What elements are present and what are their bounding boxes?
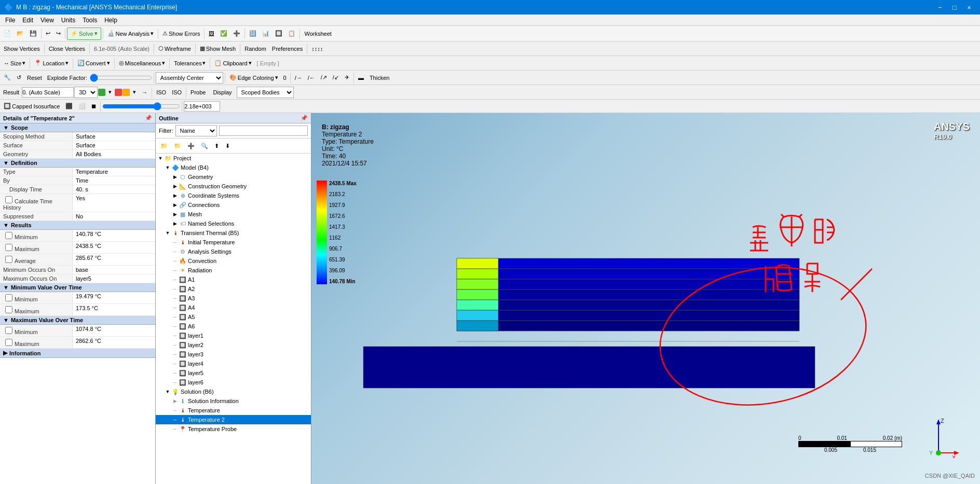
result-value-input[interactable]	[22, 87, 74, 98]
tree-layer5[interactable]: ─ 🔲 layer5	[156, 368, 311, 378]
menu-view[interactable]: View	[37, 16, 57, 25]
calc-time-history-checkbox[interactable]	[5, 196, 12, 203]
minimize-button[interactable]: −	[933, 2, 947, 13]
arrow1-btn[interactable]: /→	[292, 72, 305, 84]
max-time-header[interactable]: ▼ Maximum Value Over Time	[0, 316, 155, 325]
named-expand[interactable]: ▶	[171, 220, 179, 227]
preferences-button[interactable]: Preferences	[269, 43, 305, 55]
max-checkbox[interactable]	[5, 244, 12, 251]
tree-layer3[interactable]: ─ 🔲 layer3	[156, 350, 311, 359]
tree-a1[interactable]: ─ 🔲 A1	[156, 275, 311, 284]
random-button[interactable]: Random	[242, 43, 269, 55]
clipboard-button[interactable]: 📋 Clipboard ▾	[212, 57, 254, 70]
model-expand[interactable]: ▼	[164, 164, 171, 171]
plane-btn[interactable]: ✈	[342, 72, 352, 84]
tree-geometry[interactable]: ▶ ⬡ Geometry	[156, 172, 311, 182]
filter-dropdown[interactable]: Name	[175, 125, 217, 136]
show-vertices-button[interactable]: Show Vertices	[1, 43, 43, 55]
solve-button[interactable]: ⚡ Solve ▾	[67, 27, 101, 40]
thicken-button[interactable]: Thicken	[367, 72, 392, 84]
thermal-expand[interactable]: ▼	[164, 229, 171, 237]
tree-thermal[interactable]: ▼ 🌡 Transient Thermal (B5)	[156, 228, 311, 238]
icon-c[interactable]: 🔲	[273, 27, 285, 40]
tree-temperature2[interactable]: ─ 🌡 Temperature 2	[156, 415, 311, 424]
mesh-expand[interactable]: ▶	[171, 211, 179, 218]
tree-sol-info[interactable]: ▶ ℹ Solution Information	[156, 396, 311, 406]
tb4-icon1[interactable]: 🔧	[1, 72, 13, 84]
tree-layer4[interactable]: ─ 🔲 layer4	[156, 359, 311, 368]
menu-edit[interactable]: Edit	[19, 16, 36, 25]
worksheet-button[interactable]: Worksheet	[302, 27, 334, 40]
min-time-header[interactable]: ▼ Minimum Value Over Time	[0, 283, 155, 292]
arrow2-btn[interactable]: /←	[305, 72, 318, 84]
open-button[interactable]: 📂	[14, 27, 26, 40]
arrow-icons[interactable]: ↕↕↕↕	[309, 43, 325, 55]
avg-checkbox[interactable]	[5, 256, 12, 263]
results-header[interactable]: ▼ Results	[0, 221, 155, 230]
icon-b[interactable]: 📊	[260, 27, 272, 40]
redo-button[interactable]: ↪	[53, 27, 63, 40]
outline-tb-btn5[interactable]: ⬆	[212, 140, 222, 152]
tree-analysis-settings[interactable]: ─ ⚙ Analysis Settings	[156, 247, 311, 256]
color-dropdown1[interactable]: ▾	[106, 86, 114, 99]
as-expand[interactable]: ─	[171, 248, 179, 255]
color-btn3[interactable]	[122, 89, 130, 96]
tree-radiation[interactable]: ─ ☀ Radiation	[156, 266, 311, 275]
max-time-max-cb[interactable]	[5, 339, 12, 346]
filter-input[interactable]	[219, 126, 308, 136]
size-button[interactable]: ↔ Size ▾	[1, 57, 28, 70]
menu-help[interactable]: Help	[101, 16, 120, 25]
min-time-max-cb[interactable]	[5, 306, 12, 313]
min-time-min-cb[interactable]	[5, 294, 12, 301]
tree-convection[interactable]: ─ 🔥 Convection	[156, 256, 311, 266]
result-cube-dropdown[interactable]: 3D	[74, 87, 98, 98]
arrow4-btn[interactable]: /↙	[330, 72, 342, 84]
definition-header[interactable]: ▼ Definition	[0, 159, 155, 168]
info-header[interactable]: ▶ Information	[0, 349, 155, 358]
icon-d[interactable]: 📋	[285, 27, 298, 40]
tree-a6[interactable]: ─ 🔲 A6	[156, 322, 311, 331]
tree-temperature[interactable]: ─ 🌡 Temperature	[156, 406, 311, 415]
wireframe-button[interactable]: ⬡ Wireframe	[156, 43, 194, 55]
tree-connections[interactable]: ▶ 🔗 Connections	[156, 200, 311, 210]
tree-model[interactable]: ▼ 🔷 Model (B4)	[156, 163, 311, 172]
toolbar-icons[interactable]: 🖼	[206, 27, 217, 40]
tree-construction[interactable]: ▶ 📐 Construction Geometry	[156, 182, 311, 191]
color-btn2[interactable]	[115, 89, 122, 96]
explode-slider[interactable]	[90, 74, 152, 82]
tree-layer2[interactable]: ─ 🔲 layer2	[156, 340, 311, 350]
probe-button[interactable]: Probe	[188, 86, 208, 99]
iso-icon3[interactable]: ◼	[89, 100, 99, 113]
tree-a4[interactable]: ─ 🔲 A4	[156, 303, 311, 312]
save-button[interactable]: 💾	[27, 27, 39, 40]
sol-expand[interactable]: ▼	[164, 388, 171, 395]
tb4-icon2[interactable]: ↺	[14, 72, 24, 84]
tree-layer1[interactable]: ─ 🔲 layer1	[156, 331, 311, 340]
tree-project[interactable]: ▼ 📁 Project	[156, 154, 311, 163]
outline-tb-btn2[interactable]: 📁	[171, 140, 184, 152]
icon-a[interactable]: 🔢	[247, 27, 259, 40]
iso-btn1[interactable]: ISO	[154, 86, 169, 99]
tree-a5[interactable]: ─ 🔲 A5	[156, 312, 311, 322]
conn-expand[interactable]: ▶	[171, 201, 179, 209]
tree-layer6[interactable]: ─ 🔲 layer6	[156, 378, 311, 387]
thicken-btn1[interactable]: ▬	[356, 72, 366, 84]
min-checkbox[interactable]	[5, 232, 12, 239]
outline-tb-btn3[interactable]: ➕	[185, 140, 197, 152]
tree-temp-probe[interactable]: ─ 📍 Temperature Probe	[156, 424, 311, 434]
tree-named[interactable]: ▶ 🏷 Named Selections	[156, 219, 311, 228]
edge-coloring-button[interactable]: 🎨 Edge Coloring ▾	[227, 72, 281, 84]
color-btn4[interactable]: ▾	[130, 86, 139, 99]
tree-solution[interactable]: ▼ 💡 Solution (B6)	[156, 387, 311, 396]
geo-expand[interactable]: ▶	[171, 173, 179, 181]
menu-tools[interactable]: Tools	[79, 16, 100, 25]
convert-button[interactable]: 🔄 Convert ▾	[75, 57, 113, 70]
toolbar-check[interactable]: ✅	[217, 27, 230, 40]
show-errors-button[interactable]: ⚠ Show Errors	[160, 27, 203, 40]
location-button[interactable]: 📍 Location ▾	[32, 57, 71, 70]
menu-units[interactable]: Units	[58, 16, 78, 25]
miscellaneous-button[interactable]: ◎ Miscellaneous ▾	[116, 57, 168, 70]
const-expand[interactable]: ▶	[171, 183, 179, 190]
arrow3-btn[interactable]: /↗	[318, 72, 330, 84]
new-button[interactable]: 📄	[1, 27, 13, 40]
